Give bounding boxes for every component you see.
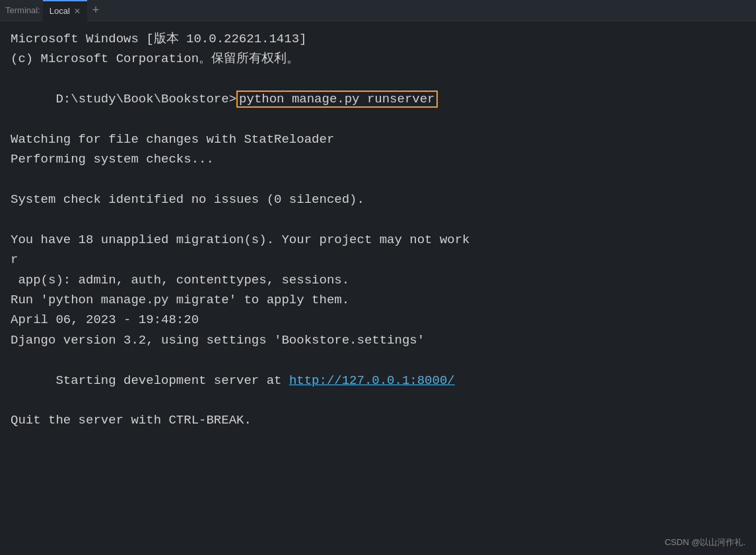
terminal-label: Terminal: xyxy=(5,5,40,15)
terminal-line-13: Starting development server at http://12… xyxy=(11,350,745,410)
add-tab-button[interactable]: + xyxy=(88,3,104,17)
tab-local[interactable]: Local ✕ xyxy=(43,0,87,21)
terminal-line-1: Microsoft Windows [版本 10.0.22621.1413] xyxy=(11,29,745,49)
terminal-line-3: D:\study\Book\Bookstore>python manage.py… xyxy=(11,69,745,130)
terminal-line-11: April 06, 2023 - 19:48:20 xyxy=(11,310,745,330)
terminal-server-prefix: Starting development server at xyxy=(55,373,289,388)
terminal-body: Microsoft Windows [版本 10.0.22621.1413] (… xyxy=(0,21,756,555)
close-icon[interactable]: ✕ xyxy=(74,7,81,16)
tab-bar: Terminal: Local ✕ + xyxy=(0,0,756,21)
terminal-wrapper: Terminal: Local ✕ + Microsoft Windows [版… xyxy=(0,0,756,555)
terminal-empty-2 xyxy=(11,210,745,230)
terminal-empty-1 xyxy=(11,170,745,190)
terminal-line-2: (c) Microsoft Corporation。保留所有权利。 xyxy=(11,49,745,69)
watermark: CSDN @以山河作礼. xyxy=(665,536,745,548)
terminal-line-10: Run 'python manage.py migrate' to apply … xyxy=(11,290,745,310)
terminal-line-5: Performing system checks... xyxy=(11,149,745,169)
terminal-prompt: D:\study\Book\Bookstore> xyxy=(55,92,236,106)
terminal-line-8: r xyxy=(11,250,745,270)
terminal-line-7: You have 18 unapplied migration(s). Your… xyxy=(11,230,745,250)
terminal-line-12: Django version 3.2, using settings 'Book… xyxy=(11,330,745,350)
terminal-line-4: Watching for file changes with StatReloa… xyxy=(11,130,745,149)
terminal-line-14: Quit the server with CTRL-BREAK. xyxy=(11,410,745,430)
terminal-server-link[interactable]: http://127.0.0.1:8000/ xyxy=(289,373,455,388)
terminal-line-9: app(s): admin, auth, contenttypes, sessi… xyxy=(11,270,745,290)
tab-local-label: Local xyxy=(50,6,70,16)
terminal-line-6: System check identified no issues (0 sil… xyxy=(11,190,745,209)
terminal-command: python manage.py runserver xyxy=(236,91,437,108)
